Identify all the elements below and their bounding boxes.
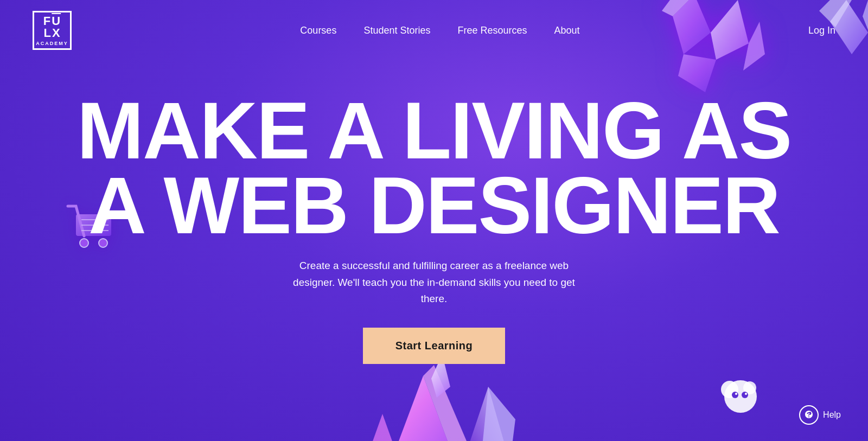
login-link[interactable]: Log In — [808, 25, 835, 36]
nav-about[interactable]: About — [554, 25, 580, 36]
hero-subtext: Create a successful and fulfilling caree… — [288, 258, 580, 307]
logo-academy-text: ACADEMY — [36, 41, 68, 46]
logo[interactable]: FU LX ACADEMY — [33, 11, 72, 50]
help-icon — [799, 405, 819, 425]
logo-text: FU LX — [43, 15, 61, 39]
navbar: FU LX ACADEMY Courses Student Stories Fr… — [0, 0, 868, 61]
hero-headline: MAKE A LIVING AS A WEB DESIGNER — [55, 93, 813, 242]
nav-student-stories[interactable]: Student Stories — [363, 25, 430, 36]
headline-line2: A WEB DESIGNER — [88, 161, 780, 250]
help-label: Help — [823, 410, 841, 420]
nav-free-resources[interactable]: Free Resources — [457, 25, 527, 36]
hero-section: MAKE A LIVING AS A WEB DESIGNER Create a… — [0, 61, 868, 364]
nav-links: Courses Student Stories Free Resources A… — [300, 25, 579, 36]
help-button[interactable]: Help — [799, 405, 841, 425]
start-learning-button[interactable]: Start Learning — [363, 328, 506, 364]
nav-courses[interactable]: Courses — [300, 25, 336, 36]
